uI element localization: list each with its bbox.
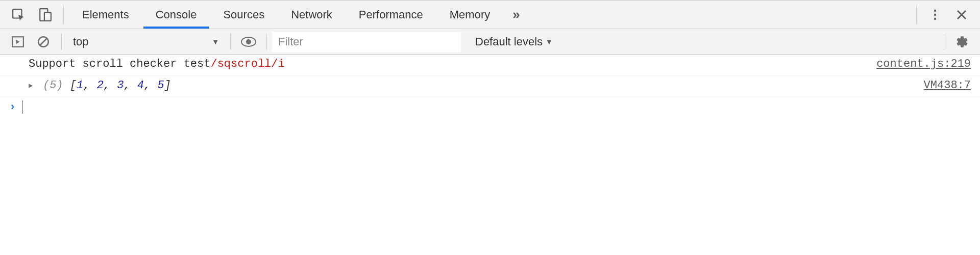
toggle-drawer-icon[interactable]: [7, 31, 29, 53]
tabs: Elements Console Sources Network Perform…: [69, 1, 503, 29]
tab-sources[interactable]: Sources: [210, 1, 278, 29]
context-label: top: [73, 35, 89, 48]
source-link[interactable]: content.js:219: [876, 58, 971, 70]
levels-label: Default levels: [475, 35, 543, 48]
array-value: 2: [97, 79, 104, 92]
live-expression-icon[interactable]: [238, 31, 259, 53]
array-value: 4: [137, 79, 144, 92]
inspect-element-icon[interactable]: [7, 4, 30, 26]
device-toolbar-icon[interactable]: [34, 4, 56, 26]
tab-console[interactable]: Console: [142, 1, 210, 29]
message-text: Support scroll checker test: [29, 58, 210, 70]
svg-point-4: [934, 13, 936, 15]
array-length: (5): [43, 79, 63, 92]
context-selector[interactable]: top ▼: [67, 35, 225, 48]
console-toolbar: top ▼ Default levels ▼: [0, 29, 980, 55]
close-icon[interactable]: [950, 4, 973, 26]
filter-input[interactable]: [272, 32, 461, 52]
bracket-open: [: [70, 79, 77, 92]
tab-memory[interactable]: Memory: [436, 1, 503, 29]
console-input-row[interactable]: ›: [0, 97, 980, 117]
tab-performance[interactable]: Performance: [346, 1, 436, 29]
console-message[interactable]: Support scroll checker test /sqscroll/i …: [0, 55, 980, 76]
divider: [944, 34, 944, 50]
svg-point-3: [934, 9, 936, 11]
svg-point-12: [246, 39, 251, 44]
tab-network[interactable]: Network: [278, 1, 346, 29]
array-value: 5: [157, 79, 164, 92]
settings-gear-icon[interactable]: [951, 31, 973, 53]
log-levels-selector[interactable]: Default levels ▼: [468, 35, 560, 48]
devtools-panel: Elements Console Sources Network Perform…: [0, 0, 980, 255]
divider: [230, 34, 231, 50]
expand-arrow-icon[interactable]: ▶: [29, 81, 33, 90]
prompt-icon: ›: [9, 101, 16, 114]
divider: [916, 6, 917, 24]
console-message[interactable]: ▶ (5) [ 1, 2, 3, 4, 5 ] VM438:7: [0, 76, 980, 97]
clear-console-icon[interactable]: [33, 31, 54, 53]
svg-point-5: [934, 17, 936, 19]
divider: [61, 34, 62, 50]
array-value: 3: [117, 79, 124, 92]
source-link[interactable]: VM438:7: [924, 79, 971, 92]
divider: [266, 34, 267, 50]
tab-elements[interactable]: Elements: [69, 1, 142, 29]
svg-line-10: [40, 38, 47, 45]
svg-rect-2: [44, 12, 51, 20]
console-output: Support scroll checker test /sqscroll/i …: [0, 55, 980, 255]
chevron-down-icon: ▼: [212, 38, 219, 46]
array-value: 1: [77, 79, 83, 92]
console-input[interactable]: [22, 101, 971, 114]
divider: [63, 6, 64, 24]
more-tabs-icon[interactable]: »: [503, 7, 529, 22]
message-regex: /sqscroll/i: [210, 58, 284, 70]
kebab-menu-icon[interactable]: [924, 4, 946, 26]
chevron-down-icon: ▼: [546, 38, 553, 46]
bracket-close: ]: [164, 79, 171, 92]
tab-bar: Elements Console Sources Network Perform…: [0, 1, 980, 29]
